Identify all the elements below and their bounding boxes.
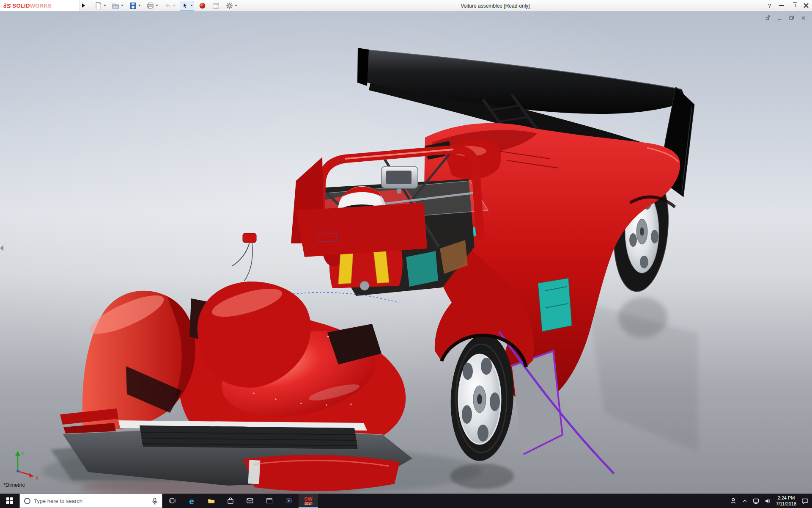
microsoft-store-button[interactable]	[221, 494, 240, 508]
help-button[interactable]: ?	[768, 0, 771, 11]
action-center-button[interactable]	[801, 497, 809, 505]
design-table-icon	[212, 2, 220, 10]
system-tray: 2:24 PM 7/11/2018	[730, 494, 812, 508]
chevron-up-icon	[742, 498, 748, 504]
task-view-button[interactable]	[162, 494, 182, 508]
window-title: Voiture assemblee [Read-only]	[224, 3, 766, 9]
orientation-triad: Y X	[7, 447, 47, 487]
open-folder-icon	[112, 2, 120, 10]
standard-toolbar	[87, 1, 239, 11]
close-button[interactable]	[804, 0, 809, 11]
start-button[interactable]	[0, 494, 19, 508]
console-window-button[interactable]	[260, 494, 279, 508]
titlebar: ∂S SOLIDWORKS	[0, 0, 812, 11]
y-axis-label: Y	[21, 451, 24, 456]
dropdown-caret-icon	[156, 5, 158, 6]
car-scene[interactable]	[0, 11, 812, 494]
new-document-icon	[94, 2, 102, 10]
dropdown-caret-icon	[104, 5, 106, 6]
ds-logo-icon: ∂S	[3, 2, 11, 9]
undo-button[interactable]	[162, 1, 177, 11]
solidworks-window: ∂S SOLIDWORKS	[0, 0, 812, 508]
file-explorer-button[interactable]	[201, 494, 221, 508]
restore-button[interactable]	[792, 0, 796, 11]
console-icon	[266, 497, 273, 505]
media-app-icon	[285, 497, 293, 505]
document-window-controls	[765, 15, 806, 21]
search-input[interactable]	[34, 498, 148, 504]
volume-icon	[764, 497, 771, 505]
clock[interactable]: 2:24 PM 7/11/2018	[776, 495, 796, 507]
printer-icon	[146, 2, 154, 10]
clock-time: 2:24 PM	[776, 495, 796, 501]
solidworks-icon: SW 2017	[304, 497, 313, 505]
print-button[interactable]	[145, 1, 159, 11]
network-icon	[752, 497, 760, 505]
window-controls: ?	[768, 0, 809, 11]
taskbar-apps: e SW 2017	[162, 494, 318, 508]
new-document-button[interactable]	[93, 1, 107, 11]
appearance-sphere-icon	[198, 2, 206, 10]
hidden-icons-button[interactable]	[742, 498, 748, 504]
edge-browser-button[interactable]: e	[182, 494, 201, 508]
store-icon	[227, 497, 234, 505]
design-table-button[interactable]	[211, 1, 221, 11]
save-button[interactable]	[128, 1, 142, 11]
brand-solid: SOLID	[12, 3, 30, 9]
clock-date: 7/11/2018	[776, 501, 796, 507]
dropdown-caret-icon	[173, 5, 176, 6]
mail-icon	[246, 497, 254, 505]
close-document-icon	[801, 15, 806, 21]
open-document-button[interactable]	[110, 1, 125, 11]
menu-flyout-button[interactable]	[80, 0, 87, 11]
minimize-icon	[779, 5, 784, 6]
select-cursor-icon	[181, 2, 189, 10]
restore-icon	[792, 4, 796, 7]
minimize-button[interactable]	[779, 0, 784, 11]
select-tool-button[interactable]	[180, 1, 194, 11]
people-button[interactable]	[730, 497, 737, 505]
dropdown-caret-icon	[138, 5, 141, 6]
solidworks-logo[interactable]: ∂S SOLIDWORKS	[0, 0, 80, 11]
car-model[interactable]	[60, 48, 694, 491]
x-axis-arrow	[29, 473, 34, 478]
document-close-button[interactable]	[801, 15, 806, 21]
document-minimize-button[interactable]	[777, 15, 782, 21]
flyout-arrow-icon	[82, 3, 85, 8]
restore-document-icon	[765, 15, 771, 21]
y-axis-arrow	[15, 451, 20, 456]
edge-icon: e	[189, 497, 194, 505]
taskbar-search[interactable]	[19, 494, 162, 508]
document-restore-button[interactable]	[765, 15, 771, 21]
file-explorer-icon	[207, 497, 215, 505]
volume-button[interactable]	[764, 497, 771, 505]
close-icon	[804, 3, 809, 8]
solidworks-app-button[interactable]: SW 2017	[299, 494, 318, 508]
network-button[interactable]	[752, 497, 760, 505]
windows-logo-icon	[6, 497, 13, 504]
panel-collapse-arrow-icon[interactable]	[0, 245, 3, 251]
microphone-icon[interactable]	[152, 497, 158, 505]
side-mirror[interactable]	[232, 233, 256, 281]
minimize-document-icon	[777, 15, 782, 21]
save-floppy-icon	[129, 2, 137, 10]
dropdown-caret-icon	[190, 5, 193, 6]
cortana-icon	[24, 498, 30, 504]
z-axis-dot	[16, 470, 19, 472]
media-app-button[interactable]	[279, 494, 299, 508]
undo-arrow-icon	[164, 2, 172, 10]
appearance-button[interactable]	[197, 1, 208, 11]
x-axis-label: X	[36, 476, 38, 480]
dropdown-caret-icon	[121, 5, 123, 6]
people-icon	[730, 497, 737, 505]
action-center-icon	[801, 497, 809, 505]
view-orientation-label: *Dimetric	[3, 482, 25, 488]
brand-works: WORKS	[30, 3, 52, 9]
graphics-area[interactable]: Y X *Dimetric	[0, 11, 812, 494]
side-vent-teal	[538, 278, 572, 331]
document-maximize-button[interactable]	[789, 15, 794, 21]
mail-button[interactable]	[240, 494, 260, 508]
maximize-document-icon	[789, 15, 794, 21]
task-view-icon	[168, 497, 176, 505]
windows-taskbar: e SW 2017	[0, 494, 812, 508]
